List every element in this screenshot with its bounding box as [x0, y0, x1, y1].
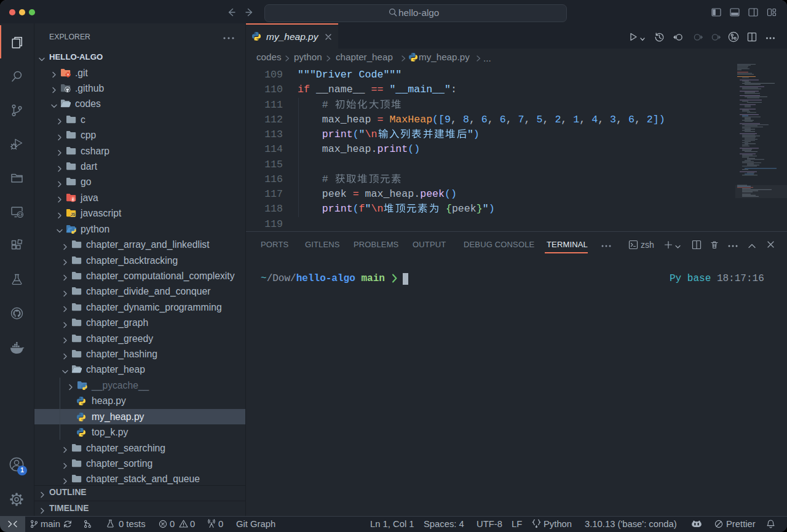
svg-text:JS: JS [71, 212, 76, 216]
